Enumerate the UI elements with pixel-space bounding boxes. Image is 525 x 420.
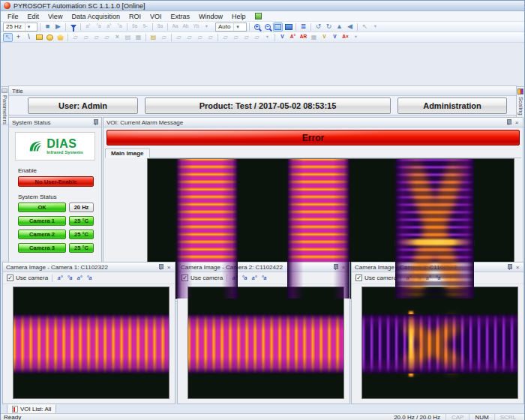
roi-move-icon-4[interactable]: ▱ [206, 33, 215, 42]
roi-template-icon[interactable]: ▱ [159, 33, 169, 42]
frequency-select[interactable]: 25 Hz ▾ [3, 22, 38, 32]
grab-image-icon-2[interactable]: 9- [140, 22, 150, 32]
play-icon[interactable]: ▶ [53, 22, 63, 32]
close-icon[interactable]: × [514, 264, 520, 271]
roi-extra-icon-1[interactable]: ▱ [220, 33, 230, 42]
polygon-tool-icon[interactable] [56, 33, 65, 42]
voi-blue-icon[interactable]: V [330, 33, 340, 42]
administration-button[interactable]: Administration [398, 98, 507, 114]
stop-icon[interactable]: ■ [43, 22, 52, 32]
camera-assign-icon-1[interactable]: a° [83, 22, 93, 32]
ellipse-tool-icon[interactable] [45, 33, 55, 42]
camera-config-icon-2[interactable]: °a [241, 275, 248, 280]
pin-icon[interactable] [506, 119, 512, 126]
full-image-icon[interactable] [284, 22, 293, 32]
menu-data-acquisition[interactable]: Data Acquisition [67, 13, 124, 20]
camera-assign-icon-4[interactable]: °a [115, 22, 124, 32]
roi-move-icon-3[interactable]: ▱ [195, 33, 205, 42]
camera2-thermal-image[interactable] [188, 286, 344, 399]
voi-alarm-icon[interactable]: A° [288, 33, 298, 42]
flip-vertical-icon[interactable]: ◀ [345, 22, 355, 32]
product-button[interactable]: Product: Test / 2017-05-02 08:53:15 [145, 98, 391, 114]
camera3-thermal-image[interactable] [362, 286, 518, 399]
zoom-in-icon[interactable]: + [252, 22, 262, 32]
delete-roi-icon[interactable]: × [112, 33, 122, 42]
camera-config-icon-1[interactable]: a° [56, 275, 64, 280]
camera3-temp-button[interactable]: 25 °C [69, 243, 94, 253]
roi-copy-icon-2[interactable]: ▱ [81, 33, 91, 42]
roi-move-icon-2[interactable]: ▱ [184, 33, 194, 42]
camera2-status-button[interactable]: Camera 2 [18, 230, 66, 239]
toolbar-overflow-icon-1[interactable]: ▾ [202, 22, 212, 32]
sequence-icon-1[interactable]: Aa [170, 22, 180, 32]
menu-view[interactable]: View [44, 13, 67, 20]
roi-paste-icon[interactable]: ▤ [148, 33, 158, 42]
menu-roi[interactable]: ROI [124, 13, 146, 20]
pin-icon[interactable] [506, 264, 512, 271]
status-frequency-button[interactable]: 20 Hz [69, 202, 94, 212]
roi-copy-icon-4[interactable]: ▱ [102, 33, 112, 42]
roi-copy-icon-1[interactable]: ▱ [70, 33, 80, 42]
voi-alarm-reset-icon[interactable]: AR [298, 33, 308, 42]
status-ok-button[interactable]: OK [18, 202, 66, 212]
snapshot-icon[interactable]: 8a [155, 22, 165, 32]
filter-icon[interactable] [68, 22, 78, 32]
camera3-status-button[interactable]: Camera 3 [18, 243, 66, 253]
close-icon[interactable]: × [514, 119, 520, 126]
toolbar-overflow-icon-2[interactable]: ▾ [370, 22, 380, 32]
chevron-down-icon[interactable]: ▾ [233, 23, 241, 31]
menu-window[interactable]: Window [194, 13, 227, 20]
point-tool-icon[interactable]: + [14, 33, 23, 42]
voi-settings-icon[interactable]: ▦ [309, 33, 319, 42]
toolbar-overflow-icon-3[interactable]: ▾ [262, 33, 272, 42]
roi-list-icon-1[interactable]: ▤ [123, 33, 133, 42]
grab-image-icon-1[interactable]: 9a [130, 22, 140, 32]
menu-file[interactable]: File [3, 13, 23, 20]
sequence-icon-2[interactable]: Ab [181, 22, 190, 32]
roi-copy-icon-3[interactable]: ▱ [92, 33, 101, 42]
pin-icon[interactable] [158, 264, 164, 271]
roi-extra-icon-3[interactable]: ▱ [242, 33, 251, 42]
camera1-thermal-image[interactable] [13, 286, 170, 399]
camera-assign-icon-2[interactable]: °a [94, 22, 104, 32]
menu-extra-icon[interactable] [255, 13, 262, 20]
pointer-icon[interactable]: ↖ [360, 22, 370, 32]
menu-voi[interactable]: VOI [146, 13, 166, 20]
sequence-icon-3[interactable]: Yb [191, 22, 201, 32]
line-tool-icon[interactable]: \ [24, 33, 34, 42]
toolbar-overflow-icon-4[interactable]: ▾ [351, 33, 361, 42]
camera2-temp-button[interactable]: 25 °C [69, 230, 94, 239]
rotate-left-icon[interactable]: ↺ [314, 22, 323, 32]
use-camera-checkbox[interactable]: ✓ [356, 274, 362, 281]
menu-extras[interactable]: Extras [166, 13, 194, 20]
chevron-down-icon[interactable]: ▾ [25, 23, 32, 31]
close-icon[interactable]: × [166, 264, 172, 271]
camera-config-icon-3[interactable]: a° [76, 275, 83, 280]
roi-move-icon-1[interactable]: ▱ [174, 33, 184, 42]
user-button[interactable]: User: Admin [28, 98, 138, 114]
isotherm-lines-icon[interactable]: ≣ [298, 22, 308, 32]
camera1-status-button[interactable]: Camera 1 [18, 216, 66, 226]
zoom-mode-select[interactable]: Auto ▾ [215, 22, 247, 32]
camera-config-icon-4[interactable]: °a [260, 275, 268, 280]
zoom-fit-icon[interactable] [273, 22, 283, 32]
voi-acknowledge-icon[interactable]: A× [340, 33, 350, 42]
no-user-enable-button[interactable]: No User-Enable [18, 176, 94, 187]
camera-config-icon-3[interactable]: a° [250, 275, 258, 280]
roi-extra-icon-2[interactable]: ▱ [231, 33, 241, 42]
rotate-right-icon[interactable]: ↻ [324, 22, 334, 32]
tab-main-image[interactable]: Main Image [105, 148, 150, 158]
camera-config-icon-2[interactable]: °a [66, 275, 74, 280]
voi-check-icon[interactable]: V [278, 33, 287, 42]
rectangle-tool-icon[interactable] [34, 33, 44, 42]
menu-edit[interactable]: Edit [23, 13, 44, 20]
use-camera-checkbox[interactable]: ✓ [7, 274, 14, 281]
flip-horizontal-icon[interactable]: ▲ [334, 22, 344, 32]
camera1-temp-button[interactable]: 25 °C [69, 216, 94, 226]
menu-help[interactable]: Help [227, 13, 250, 20]
main-thermal-image[interactable] [147, 158, 514, 299]
roi-list-icon-2[interactable]: ▦ [134, 33, 143, 42]
roi-extra-icon-4[interactable]: ▱ [252, 33, 262, 42]
zoom-out-icon[interactable]: − [262, 22, 272, 32]
camera-assign-icon-3[interactable]: a° [104, 22, 114, 32]
